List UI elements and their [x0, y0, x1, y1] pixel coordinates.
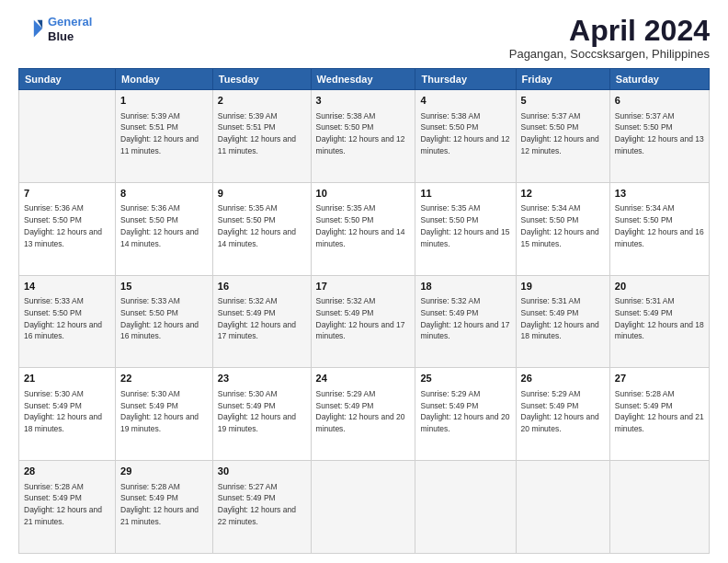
calendar-cell: 11 Sunrise: 5:35 AMSunset: 5:50 PMDaylig…: [415, 182, 516, 275]
header-sunday: Sunday: [19, 69, 116, 90]
day-number: 25: [420, 372, 510, 385]
month-title: April 2024: [509, 15, 710, 47]
day-number: 20: [615, 280, 704, 293]
day-number: 14: [24, 280, 110, 293]
day-info: Sunrise: 5:28 AMSunset: 5:49 PMDaylight:…: [615, 388, 704, 435]
calendar-cell: 9 Sunrise: 5:35 AMSunset: 5:50 PMDayligh…: [212, 182, 311, 275]
calendar-cell: 28 Sunrise: 5:28 AMSunset: 5:49 PMDaylig…: [19, 461, 116, 554]
calendar-cell: 16 Sunrise: 5:32 AMSunset: 5:49 PMDaylig…: [212, 275, 311, 368]
calendar-week-row: 21 Sunrise: 5:30 AMSunset: 5:49 PMDaylig…: [19, 368, 710, 461]
calendar-cell: 12 Sunrise: 5:34 AMSunset: 5:50 PMDaylig…: [516, 182, 609, 275]
day-info: Sunrise: 5:29 AMSunset: 5:49 PMDaylight:…: [316, 388, 411, 435]
calendar-cell: [311, 461, 415, 554]
logo-icon: [18, 17, 44, 42]
calendar-cell: 10 Sunrise: 5:35 AMSunset: 5:50 PMDaylig…: [311, 182, 415, 275]
day-number: 30: [218, 465, 306, 478]
day-info: Sunrise: 5:35 AMSunset: 5:50 PMDaylight:…: [316, 202, 411, 249]
day-number: 22: [120, 372, 208, 385]
day-info: Sunrise: 5:28 AMSunset: 5:49 PMDaylight:…: [120, 481, 208, 528]
calendar-cell: 27 Sunrise: 5:28 AMSunset: 5:49 PMDaylig…: [609, 368, 709, 461]
day-info: Sunrise: 5:32 AMSunset: 5:49 PMDaylight:…: [420, 295, 510, 342]
day-info: Sunrise: 5:31 AMSunset: 5:49 PMDaylight:…: [521, 295, 605, 342]
day-number: 26: [521, 372, 605, 385]
calendar-week-row: 14 Sunrise: 5:33 AMSunset: 5:50 PMDaylig…: [19, 275, 710, 368]
weekday-header-row: Sunday Monday Tuesday Wednesday Thursday…: [19, 69, 710, 90]
calendar-cell: 20 Sunrise: 5:31 AMSunset: 5:49 PMDaylig…: [609, 275, 709, 368]
day-info: Sunrise: 5:28 AMSunset: 5:49 PMDaylight:…: [24, 481, 110, 528]
calendar-cell: 23 Sunrise: 5:30 AMSunset: 5:49 PMDaylig…: [212, 368, 311, 461]
day-number: 23: [218, 372, 306, 385]
day-info: Sunrise: 5:33 AMSunset: 5:50 PMDaylight:…: [120, 295, 208, 342]
calendar-cell: 25 Sunrise: 5:29 AMSunset: 5:49 PMDaylig…: [415, 368, 516, 461]
day-number: 3: [316, 94, 411, 108]
day-number: 13: [615, 187, 704, 201]
day-info: Sunrise: 5:39 AMSunset: 5:51 PMDaylight:…: [120, 110, 208, 157]
day-number: 21: [24, 372, 110, 385]
day-number: 19: [521, 280, 605, 293]
day-info: Sunrise: 5:35 AMSunset: 5:50 PMDaylight:…: [420, 202, 510, 249]
day-info: Sunrise: 5:34 AMSunset: 5:50 PMDaylight:…: [521, 202, 605, 249]
day-info: Sunrise: 5:31 AMSunset: 5:49 PMDaylight:…: [615, 295, 704, 342]
day-info: Sunrise: 5:36 AMSunset: 5:50 PMDaylight:…: [120, 202, 208, 249]
header-friday: Friday: [516, 69, 609, 90]
day-info: Sunrise: 5:32 AMSunset: 5:49 PMDaylight:…: [316, 295, 411, 342]
day-info: Sunrise: 5:36 AMSunset: 5:50 PMDaylight:…: [24, 202, 110, 249]
day-info: Sunrise: 5:29 AMSunset: 5:49 PMDaylight:…: [420, 388, 510, 435]
day-info: Sunrise: 5:30 AMSunset: 5:49 PMDaylight:…: [218, 388, 306, 435]
calendar-cell: 30 Sunrise: 5:27 AMSunset: 5:49 PMDaylig…: [212, 461, 311, 554]
day-number: 9: [218, 187, 306, 201]
day-info: Sunrise: 5:34 AMSunset: 5:50 PMDaylight:…: [615, 202, 704, 249]
day-number: 10: [316, 187, 411, 201]
calendar-cell: 14 Sunrise: 5:33 AMSunset: 5:50 PMDaylig…: [19, 275, 116, 368]
day-info: Sunrise: 5:39 AMSunset: 5:51 PMDaylight:…: [218, 110, 306, 157]
calendar-cell: [516, 461, 609, 554]
logo-text: General Blue: [48, 15, 92, 43]
calendar-cell: 21 Sunrise: 5:30 AMSunset: 5:49 PMDaylig…: [19, 368, 116, 461]
day-number: 1: [120, 94, 208, 108]
day-number: 7: [24, 187, 110, 201]
day-number: 8: [120, 187, 208, 201]
calendar-cell: 13 Sunrise: 5:34 AMSunset: 5:50 PMDaylig…: [609, 182, 709, 275]
header: General Blue April 2024 Pagangan, Soccsk…: [18, 15, 710, 61]
day-info: Sunrise: 5:33 AMSunset: 5:50 PMDaylight:…: [24, 295, 110, 342]
calendar-cell: 22 Sunrise: 5:30 AMSunset: 5:49 PMDaylig…: [116, 368, 213, 461]
calendar-cell: [609, 461, 709, 554]
calendar-week-row: 7 Sunrise: 5:36 AMSunset: 5:50 PMDayligh…: [19, 182, 710, 275]
calendar-cell: 15 Sunrise: 5:33 AMSunset: 5:50 PMDaylig…: [116, 275, 213, 368]
day-number: 29: [120, 465, 208, 478]
calendar-week-row: 28 Sunrise: 5:28 AMSunset: 5:49 PMDaylig…: [19, 461, 710, 554]
day-number: 18: [420, 280, 510, 293]
day-info: Sunrise: 5:32 AMSunset: 5:49 PMDaylight:…: [218, 295, 306, 342]
day-number: 2: [218, 94, 306, 108]
day-info: Sunrise: 5:30 AMSunset: 5:49 PMDaylight:…: [120, 388, 208, 435]
day-info: Sunrise: 5:30 AMSunset: 5:49 PMDaylight:…: [24, 388, 110, 435]
calendar-cell: 1 Sunrise: 5:39 AMSunset: 5:51 PMDayligh…: [116, 90, 213, 183]
day-number: 27: [615, 372, 704, 385]
calendar-table: Sunday Monday Tuesday Wednesday Thursday…: [18, 68, 710, 554]
calendar-cell: 17 Sunrise: 5:32 AMSunset: 5:49 PMDaylig…: [311, 275, 415, 368]
calendar-cell: 6 Sunrise: 5:37 AMSunset: 5:50 PMDayligh…: [609, 90, 709, 183]
day-info: Sunrise: 5:38 AMSunset: 5:50 PMDaylight:…: [420, 110, 510, 157]
calendar-cell: [19, 90, 116, 183]
header-saturday: Saturday: [609, 69, 709, 90]
calendar-cell: 5 Sunrise: 5:37 AMSunset: 5:50 PMDayligh…: [516, 90, 609, 183]
calendar-cell: 3 Sunrise: 5:38 AMSunset: 5:50 PMDayligh…: [311, 90, 415, 183]
day-number: 17: [316, 280, 411, 293]
calendar-cell: 19 Sunrise: 5:31 AMSunset: 5:49 PMDaylig…: [516, 275, 609, 368]
calendar-cell: [415, 461, 516, 554]
calendar-cell: 26 Sunrise: 5:29 AMSunset: 5:49 PMDaylig…: [516, 368, 609, 461]
day-info: Sunrise: 5:37 AMSunset: 5:50 PMDaylight:…: [615, 110, 704, 157]
day-number: 5: [521, 94, 605, 108]
calendar-cell: 18 Sunrise: 5:32 AMSunset: 5:49 PMDaylig…: [415, 275, 516, 368]
calendar-page: General Blue April 2024 Pagangan, Soccsk…: [0, 0, 728, 563]
calendar-week-row: 1 Sunrise: 5:39 AMSunset: 5:51 PMDayligh…: [19, 90, 710, 183]
day-number: 12: [521, 187, 605, 201]
calendar-cell: 29 Sunrise: 5:28 AMSunset: 5:49 PMDaylig…: [116, 461, 213, 554]
header-thursday: Thursday: [415, 69, 516, 90]
day-number: 28: [24, 465, 110, 478]
day-info: Sunrise: 5:29 AMSunset: 5:49 PMDaylight:…: [521, 388, 605, 435]
title-block: April 2024 Pagangan, Soccsksargen, Phili…: [509, 15, 710, 61]
day-info: Sunrise: 5:35 AMSunset: 5:50 PMDaylight:…: [218, 202, 306, 249]
day-number: 16: [218, 280, 306, 293]
day-info: Sunrise: 5:37 AMSunset: 5:50 PMDaylight:…: [521, 110, 605, 157]
